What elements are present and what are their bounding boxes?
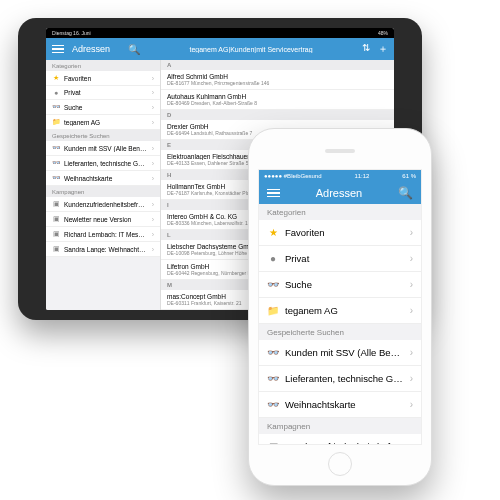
- hamburger-icon[interactable]: [52, 45, 64, 53]
- sidebar-item[interactable]: ★Favoriten›: [46, 71, 160, 86]
- phone-screen: ●●●●● #BleibGesund 11:12 61 % Adressen 🔍…: [258, 169, 422, 445]
- chevron-right-icon: ›: [410, 227, 413, 238]
- chevron-right-icon: ›: [152, 75, 154, 82]
- chevron-right-icon: ›: [152, 231, 154, 238]
- list-item[interactable]: 👓Weihnachtskarte›: [259, 392, 421, 418]
- item-label: Suche: [285, 279, 404, 290]
- list-item[interactable]: 👓Kunden mit SSV (Alle Benutzer)›: [259, 340, 421, 366]
- sidebar-item[interactable]: 👓Lieferanten, technische Gesch…›: [46, 156, 160, 171]
- item-label: Privat: [285, 253, 404, 264]
- search-icon[interactable]: 🔍: [128, 44, 140, 55]
- sidebar-item[interactable]: ●Privat›: [46, 86, 160, 100]
- item-label: Suche: [64, 104, 148, 111]
- sidebar-item[interactable]: 👓Kunden mit SSV (Alle Benutzer)›: [46, 141, 160, 156]
- contact-address: DE-81677 München, Prinzregentenstraße 14…: [167, 80, 388, 86]
- item-icon: 👓: [52, 103, 60, 111]
- sidebar-item[interactable]: ▣Sandra Lange: Weihnachtsma…›: [46, 242, 160, 257]
- sidebar-item[interactable]: ▣Kundenzufriedenheitsbefragu…›: [46, 197, 160, 212]
- item-icon: ▣: [267, 441, 279, 444]
- status-carrier: ●●●●● #BleibGesund: [264, 173, 321, 179]
- tablet-header: Adressen 🔍 teganem AG|Kunden|mit Service…: [46, 38, 394, 60]
- list-item[interactable]: 📁teganem AG›: [259, 298, 421, 324]
- item-label: Newletter neue Version: [64, 216, 148, 223]
- item-icon: ▣: [52, 200, 60, 208]
- chevron-right-icon: ›: [152, 89, 154, 96]
- item-icon: 👓: [52, 159, 60, 167]
- search-icon[interactable]: 🔍: [398, 186, 413, 200]
- item-icon: 👓: [52, 174, 60, 182]
- item-label: Favoriten: [64, 75, 148, 82]
- list-item[interactable]: ★Favoriten›: [259, 220, 421, 246]
- tablet-header-actions: ⇅ ＋: [362, 42, 388, 56]
- item-label: teganem AG: [285, 305, 404, 316]
- chevron-right-icon: ›: [410, 279, 413, 290]
- section-header: Kampagnen: [46, 186, 160, 197]
- item-icon: ●: [52, 89, 60, 96]
- chevron-right-icon: ›: [152, 160, 154, 167]
- item-icon: 👓: [267, 373, 279, 384]
- sidebar-item[interactable]: 📁teganem AG›: [46, 115, 160, 130]
- status-battery: 48%: [378, 30, 388, 36]
- chevron-right-icon: ›: [152, 145, 154, 152]
- chevron-right-icon: ›: [152, 104, 154, 111]
- tablet-title: Adressen: [72, 44, 110, 54]
- item-label: Favoriten: [285, 227, 404, 238]
- contact-row[interactable]: Alfred Schmid GmbHDE-81677 München, Prin…: [161, 70, 394, 90]
- phone-header: Adressen 🔍: [259, 182, 421, 204]
- item-icon: 👓: [52, 144, 60, 152]
- chevron-right-icon: ›: [410, 305, 413, 316]
- chevron-right-icon: ›: [152, 175, 154, 182]
- tablet-sidebar: Kategorien★Favoriten›●Privat›👓Suche›📁teg…: [46, 60, 161, 310]
- item-label: Sandra Lange: Weihnachtsma…: [64, 246, 148, 253]
- item-label: Weihnachtskarte: [285, 399, 404, 410]
- item-label: Kundenzufriedenheitsbefragu…: [64, 201, 148, 208]
- tablet-status-bar: Dienstag 16. Juni 48%: [46, 28, 394, 38]
- item-icon: 📁: [52, 118, 60, 126]
- item-label: Richard Lembach: IT Messe 2…: [64, 231, 148, 238]
- chevron-right-icon: ›: [410, 253, 413, 264]
- section-header: Gespeicherte Suchen: [46, 130, 160, 141]
- chevron-right-icon: ›: [410, 347, 413, 358]
- list-item[interactable]: ●Privat›: [259, 246, 421, 272]
- item-icon: ★: [52, 74, 60, 82]
- item-icon: 📁: [267, 305, 279, 316]
- item-icon: ★: [267, 227, 279, 238]
- section-header: Kategorien: [46, 60, 160, 71]
- sidebar-item[interactable]: 👓Suche›: [46, 100, 160, 115]
- section-header: Kategorien: [259, 204, 421, 220]
- sidebar-item[interactable]: 👓Weihnachtskarte›: [46, 171, 160, 186]
- breadcrumb: teganem AG|Kunden|mit Servicevertrag: [140, 46, 362, 53]
- phone-device: ●●●●● #BleibGesund 11:12 61 % Adressen 🔍…: [248, 128, 432, 486]
- contact-row[interactable]: Autohaus Kuhlmann GmbHDE-80469 Dresden, …: [161, 90, 394, 110]
- phone-home-button[interactable]: [328, 452, 352, 476]
- contact-name: Alfred Schmid GmbH: [167, 73, 388, 80]
- chevron-right-icon: ›: [410, 373, 413, 384]
- contact-address: DE-80469 Dresden, Karl-Albert-Straße 8: [167, 100, 388, 106]
- contact-name: Autohaus Kuhlmann GmbH: [167, 93, 388, 100]
- item-label: Weihnachtskarte: [64, 175, 148, 182]
- list-item[interactable]: ▣Kundenzufriedenheitsbefragung›: [259, 434, 421, 444]
- chevron-right-icon: ›: [410, 399, 413, 410]
- add-icon[interactable]: ＋: [378, 42, 388, 56]
- status-time: 11:12: [354, 173, 369, 179]
- sidebar-item[interactable]: ▣Newletter neue Version›: [46, 212, 160, 227]
- filter-icon[interactable]: ⇅: [362, 42, 370, 56]
- hamburger-icon[interactable]: [267, 189, 280, 198]
- chevron-right-icon: ›: [152, 216, 154, 223]
- item-icon: ▣: [52, 215, 60, 223]
- alpha-header: A: [161, 60, 394, 70]
- item-label: teganem AG: [64, 119, 148, 126]
- item-icon: 👓: [267, 279, 279, 290]
- item-icon: 👓: [267, 347, 279, 358]
- phone-speaker: [325, 149, 355, 153]
- section-header: Kampagnen: [259, 418, 421, 434]
- alpha-header: D: [161, 110, 394, 120]
- list-item[interactable]: 👓Suche›: [259, 272, 421, 298]
- sidebar-item[interactable]: ▣Richard Lembach: IT Messe 2…›: [46, 227, 160, 242]
- item-icon: ▣: [52, 245, 60, 253]
- chevron-right-icon: ›: [152, 119, 154, 126]
- list-item[interactable]: 👓Lieferanten, technische Geschäftsführer…: [259, 366, 421, 392]
- chevron-right-icon: ›: [152, 201, 154, 208]
- item-label: Lieferanten, technische Geschäftsführer: [285, 373, 404, 384]
- status-date: Dienstag 16. Juni: [52, 30, 91, 36]
